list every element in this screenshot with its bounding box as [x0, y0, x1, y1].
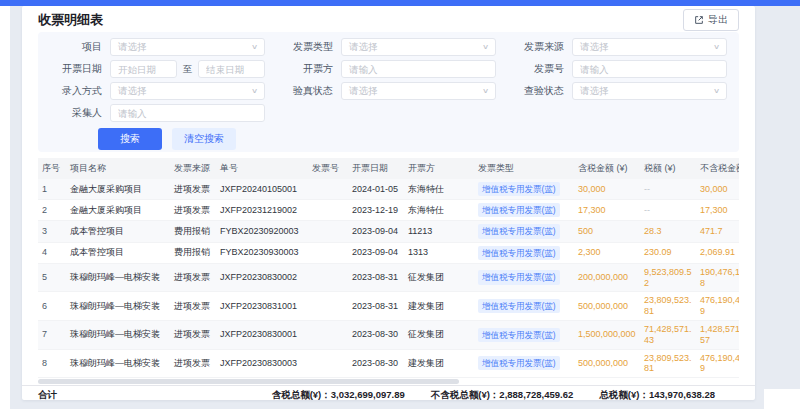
- collector-input[interactable]: [118, 108, 257, 119]
- cell-index: 3: [38, 221, 66, 242]
- cell-amount_with_tax: 200,000,000: [574, 263, 640, 292]
- cell-source: 进项发票: [170, 320, 216, 349]
- totals-groups: 含税总额(¥)：3,032,699,097.89 不含税总额(¥)：2,888,…: [272, 389, 715, 400]
- chevron-down-icon: ∨: [251, 43, 258, 51]
- table-row[interactable]: 4成本管控项目费用报销FYBX202309300032023-09-041313…: [38, 242, 739, 263]
- clear-search-button[interactable]: 清空搜索: [172, 128, 236, 150]
- table-row[interactable]: 3成本管控项目费用报销FYBX202309200032023-09-041121…: [38, 221, 739, 242]
- total-without-tax: 不含税总额(¥)：2,888,728,459.62: [431, 389, 574, 400]
- cell-type: 增值税专用发票(蓝): [474, 263, 574, 292]
- cell-project: 成本管控项目: [66, 242, 170, 263]
- invoice-source-select-placeholder: 请选择: [580, 41, 609, 54]
- cell-invoice_no: [308, 349, 348, 378]
- chevron-down-icon: ∨: [713, 43, 720, 51]
- entry-method-select-placeholder: 请选择: [118, 85, 147, 98]
- cell-amount_without_tax: 17,300: [696, 200, 739, 221]
- invoice-date-range: 至: [110, 60, 265, 78]
- entry-method-label: 录入方式: [50, 84, 102, 98]
- cell-project: 珠穆朗玛峰—电梯安装: [66, 320, 170, 349]
- export-icon: [694, 15, 704, 25]
- check-status-select[interactable]: 请选择 ∨: [572, 82, 727, 100]
- cell-invoice_no: [308, 221, 348, 242]
- cell-amount_without_tax: 476,190,476.19: [696, 349, 739, 378]
- invoice-source-label: 发票来源: [512, 40, 564, 54]
- cell-order_no: JXFP20231219002: [216, 200, 308, 221]
- end-date-control: [198, 60, 265, 78]
- invoice-no-input[interactable]: [580, 64, 719, 75]
- cell-invoice_no: [308, 263, 348, 292]
- cell-type: 增值税专用发票(蓝): [474, 292, 574, 321]
- cell-invoice_no: [308, 292, 348, 321]
- filter-field-entry-method: 录入方式 请选择 ∨: [50, 82, 265, 100]
- invoice-no-control: [572, 60, 727, 78]
- card-header: 收票明细表 导出: [22, 6, 755, 32]
- horizontal-scrollbar[interactable]: [38, 379, 739, 384]
- cell-issuer: 征发集团: [404, 263, 474, 292]
- verify-status-select[interactable]: 请选择 ∨: [341, 82, 496, 100]
- horizontal-scrollbar-thumb[interactable]: [38, 379, 459, 384]
- cell-invoice_no: [308, 320, 348, 349]
- cell-type: 增值税专用发票(蓝): [474, 200, 574, 221]
- cell-order_no: JXFP20230830002: [216, 263, 308, 292]
- start-date-input[interactable]: [118, 64, 169, 75]
- search-button[interactable]: 搜索: [98, 128, 162, 150]
- filter-field-collector: 采集人: [50, 104, 265, 122]
- filter-field-invoice-no: 发票号: [512, 60, 727, 78]
- cell-type: 增值税专用发票(蓝): [474, 320, 574, 349]
- invoice-type-badge: 增值税专用发票(蓝): [478, 246, 560, 260]
- cell-amount_without_tax: 30,000: [696, 179, 739, 200]
- cell-project: 金融大厦采购项目: [66, 179, 170, 200]
- column-header-project: 项目名称: [66, 158, 170, 179]
- column-header-index: 序号: [38, 158, 66, 179]
- column-header-tax: 税额 (¥): [640, 158, 696, 179]
- cell-order_no: JXFP20230830003: [216, 349, 308, 378]
- total-without-tax-value: 2,888,728,459.62: [499, 389, 573, 400]
- table-row[interactable]: 1金融大厦采购项目进项发票JXFP202401050012024-01-05东海…: [38, 179, 739, 200]
- total-tax-label: 总税额(¥)：: [599, 389, 649, 400]
- invoice-source-select[interactable]: 请选择 ∨: [572, 38, 727, 56]
- table-row[interactable]: 6珠穆朗玛峰—电梯安装进项发票JXFP202308310012023-08-31…: [38, 292, 739, 321]
- cell-tax: 71,428,571.43: [640, 320, 696, 349]
- cell-amount_with_tax: 500: [574, 221, 640, 242]
- issuer-label: 开票方: [281, 62, 333, 76]
- cell-index: 6: [38, 292, 66, 321]
- cell-date: 2023-08-30: [348, 349, 404, 378]
- cell-issuer: 东海特仕: [404, 200, 474, 221]
- total-tax-value: 143,970,638.28: [649, 389, 715, 400]
- collector-label: 采集人: [50, 106, 102, 120]
- cell-amount_without_tax: 2,069.91: [696, 242, 739, 263]
- export-button[interactable]: 导出: [683, 9, 739, 31]
- invoice-type-select-placeholder: 请选择: [349, 41, 378, 54]
- totals-label: 合计: [38, 389, 57, 400]
- date-range-separator: 至: [183, 63, 193, 76]
- cell-amount_without_tax: 1,428,571,428.57: [696, 320, 739, 349]
- invoice-detail-card: 收票明细表 导出 项目 请选择 ∨ 发票类型 请选择 ∨: [22, 6, 755, 400]
- table-row[interactable]: 7珠穆朗玛峰—电梯安装进项发票JXFP202308300012023-08-30…: [38, 320, 739, 349]
- project-select-placeholder: 请选择: [118, 41, 147, 54]
- filter-field-check-status: 查验状态 请选择 ∨: [512, 82, 727, 100]
- cell-source: 费用报销: [170, 242, 216, 263]
- cell-invoice_no: [308, 242, 348, 263]
- filter-field-verify-status: 验真状态 请选择 ∨: [281, 82, 496, 100]
- cell-amount_with_tax: 1,500,000,000: [574, 320, 640, 349]
- collector-control: [110, 104, 265, 122]
- cell-date: 2023-08-30: [348, 320, 404, 349]
- filter-actions: 搜索 清空搜索: [98, 128, 727, 150]
- cell-amount_with_tax: 2,300: [574, 242, 640, 263]
- issuer-input[interactable]: [349, 64, 488, 75]
- entry-method-select[interactable]: 请选择 ∨: [110, 82, 265, 100]
- cell-project: 金融大厦采购项目: [66, 200, 170, 221]
- verify-status-label: 验真状态: [281, 84, 333, 98]
- table-row[interactable]: 5珠穆朗玛峰—电梯安装进项发票JXFP202308300022023-08-31…: [38, 263, 739, 292]
- cell-tax: 28.3: [640, 221, 696, 242]
- column-header-source: 发票来源: [170, 158, 216, 179]
- cell-source: 进项发票: [170, 200, 216, 221]
- project-select[interactable]: 请选择 ∨: [110, 38, 265, 56]
- invoice-type-select[interactable]: 请选择 ∨: [341, 38, 496, 56]
- table-row[interactable]: 2金融大厦采购项目进项发票JXFP202312190022023-12-19东海…: [38, 200, 739, 221]
- cell-order_no: JXFP20230830001: [216, 320, 308, 349]
- page-title: 收票明细表: [38, 11, 103, 29]
- table-row[interactable]: 8珠穆朗玛峰—电梯安装进项发票JXFP202308300032023-08-30…: [38, 349, 739, 378]
- invoice-table: 序号项目名称发票来源单号发票号开票日期开票方发票类型含税金额 (¥)税额 (¥)…: [38, 158, 739, 378]
- end-date-input[interactable]: [206, 64, 257, 75]
